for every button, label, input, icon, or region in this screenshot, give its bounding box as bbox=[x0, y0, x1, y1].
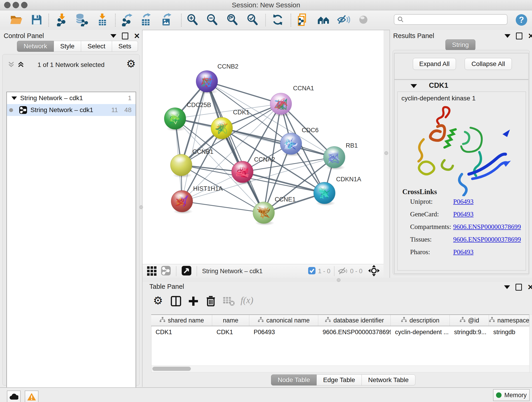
open-in-browser-icon[interactable] bbox=[181, 266, 191, 277]
network-edge[interactable] bbox=[182, 201, 264, 213]
network-node-ccna2[interactable] bbox=[232, 161, 253, 185]
tab-sets[interactable]: Sets bbox=[112, 41, 138, 52]
crosslink-value-link[interactable]: P06493 bbox=[453, 211, 474, 218]
tree-expand-icon[interactable] bbox=[12, 96, 17, 100]
hidden-eye-slash-icon[interactable] bbox=[338, 266, 348, 276]
show-columns-icon[interactable] bbox=[171, 296, 181, 307]
tab-node-table[interactable]: Node Table bbox=[271, 375, 317, 385]
section-collapse-icon[interactable] bbox=[411, 84, 417, 88]
float-panel-icon[interactable] bbox=[515, 284, 522, 291]
show-all-icon[interactable] bbox=[357, 13, 370, 26]
close-panel-icon[interactable]: ✕ bbox=[527, 284, 532, 290]
import-network-file-icon[interactable] bbox=[56, 13, 69, 26]
delete-column-trash-icon[interactable] bbox=[205, 295, 216, 307]
column-header-database-identifier[interactable]: database identifier bbox=[318, 315, 391, 326]
zoom-fit-content-icon[interactable] bbox=[226, 13, 239, 26]
horizontal-splitter-handle[interactable] bbox=[337, 278, 341, 282]
table-h-scrollbar-thumb[interactable] bbox=[152, 367, 191, 371]
table-cell[interactable]: stringdb:9... bbox=[450, 326, 489, 338]
table-cell[interactable]: cyclin-dependent ... bbox=[391, 326, 450, 338]
zoom-selected-icon[interactable] bbox=[246, 13, 259, 26]
network-row-selected[interactable]: String Network – cdk1 11 48 bbox=[7, 104, 136, 116]
table-cell[interactable]: stringdb bbox=[489, 326, 530, 338]
network-node-cdk1[interactable] bbox=[211, 117, 233, 141]
table-h-scrollbar[interactable] bbox=[151, 366, 530, 372]
first-neighbors-icon[interactable] bbox=[317, 13, 330, 26]
table-cell[interactable]: CDK1 bbox=[212, 326, 249, 338]
tab-string[interactable]: String bbox=[445, 39, 475, 51]
tab-edge-table[interactable]: Edge Table bbox=[317, 375, 362, 385]
save-session-icon[interactable] bbox=[30, 13, 43, 26]
network-graph[interactable]: CCNB2CCNA1CDC25BCDK1CDC6RB1CCNB1CCNA2CDK… bbox=[143, 30, 384, 264]
tab-network[interactable]: Network bbox=[17, 41, 54, 52]
network-node-cdkn1a[interactable] bbox=[314, 182, 335, 206]
float-panel-icon[interactable] bbox=[516, 32, 522, 39]
collapse-panel-icon[interactable] bbox=[505, 34, 510, 38]
import-table-file-icon[interactable] bbox=[96, 13, 109, 26]
column-header-shared-name[interactable]: shared name bbox=[151, 315, 212, 326]
create-column-icon[interactable] bbox=[188, 296, 199, 307]
network-options-gear-icon[interactable]: ⚙ bbox=[126, 58, 136, 69]
fit-center-crosshair-icon[interactable] bbox=[368, 265, 380, 278]
table-v-scrollbar[interactable] bbox=[529, 314, 532, 373]
horizontal-splitter[interactable] bbox=[143, 278, 532, 282]
collapse-all-button[interactable]: Collapse All bbox=[465, 58, 512, 70]
collapse-panel-icon[interactable] bbox=[504, 285, 510, 289]
search-field[interactable] bbox=[394, 14, 507, 25]
network-node-rb1[interactable] bbox=[323, 147, 345, 170]
float-panel-icon[interactable] bbox=[122, 32, 128, 39]
network-node-ccna1[interactable] bbox=[270, 93, 292, 117]
cloud-button[interactable] bbox=[7, 390, 21, 402]
network-node-ccnb2[interactable] bbox=[196, 70, 218, 94]
clone-network-icon[interactable] bbox=[297, 13, 310, 26]
help-icon[interactable]: ? bbox=[515, 13, 528, 27]
memory-button[interactable]: Memory bbox=[493, 389, 530, 401]
network-node-ccne1[interactable] bbox=[253, 202, 274, 225]
network-collection-row[interactable]: String Network – cdk1 1 bbox=[7, 92, 136, 104]
export-image-icon[interactable] bbox=[160, 13, 173, 26]
crosslink-value-link[interactable]: P06493 bbox=[453, 248, 474, 256]
string-view-badge-icon[interactable] bbox=[161, 266, 171, 277]
selected-checkbox-icon[interactable] bbox=[308, 267, 316, 275]
table-options-gear-icon[interactable]: ⚙ bbox=[153, 295, 163, 306]
warnings-button[interactable] bbox=[25, 390, 38, 402]
vertical-splitter-handle[interactable] bbox=[139, 205, 143, 209]
export-network-icon[interactable] bbox=[121, 13, 134, 26]
zoom-in-icon[interactable] bbox=[186, 13, 199, 26]
network-edge[interactable] bbox=[182, 81, 207, 201]
export-table-icon[interactable] bbox=[139, 13, 152, 26]
crosslink-value-link[interactable]: 9606.ENSP00000378699 bbox=[453, 223, 521, 230]
close-panel-icon[interactable]: ✕ bbox=[528, 33, 532, 39]
column-header-namespace[interactable]: namespace bbox=[489, 315, 529, 326]
expand-all-button[interactable]: Expand All bbox=[413, 58, 456, 70]
network-edge[interactable] bbox=[207, 81, 264, 213]
import-network-database-icon[interactable] bbox=[75, 13, 88, 26]
table-cell[interactable]: CDK1 bbox=[152, 326, 212, 338]
close-panel-icon[interactable]: ✕ bbox=[134, 33, 140, 39]
hide-selected-icon[interactable] bbox=[337, 13, 350, 26]
vertical-splitter-handle[interactable] bbox=[385, 151, 388, 155]
crosslink-value-link[interactable]: P06493 bbox=[453, 198, 474, 205]
apply-layout-icon[interactable] bbox=[271, 13, 284, 26]
column-header-canonical-name[interactable]: canonical name bbox=[249, 315, 318, 326]
tab-style[interactable]: Style bbox=[54, 41, 81, 52]
delete-table-icon[interactable] bbox=[223, 296, 234, 307]
collapse-panel-icon[interactable] bbox=[110, 34, 116, 38]
function-builder-icon[interactable]: f(x) bbox=[241, 295, 253, 306]
network-view-canvas[interactable]: CCNB2CCNA1CDC25BCDK1CDC6RB1CCNB1CCNA2CDK… bbox=[143, 30, 384, 264]
zoom-out-icon[interactable] bbox=[206, 13, 219, 26]
column-header--id[interactable]: @id bbox=[450, 315, 489, 326]
table-cell[interactable]: 9606.ENSP00000378699 bbox=[318, 326, 391, 338]
table-cell[interactable]: P06493 bbox=[249, 326, 318, 338]
network-node-ccnb1[interactable] bbox=[171, 154, 192, 178]
tab-select[interactable]: Select bbox=[81, 41, 112, 52]
network-node-cdc6[interactable] bbox=[280, 133, 302, 157]
network-edge[interactable] bbox=[207, 81, 281, 104]
search-input[interactable] bbox=[404, 16, 501, 23]
network-node-cdc25b[interactable] bbox=[164, 108, 186, 131]
network-node-hist1h1a[interactable] bbox=[171, 191, 193, 214]
tab-network-table[interactable]: Network Table bbox=[362, 375, 415, 385]
column-header-description[interactable]: description bbox=[391, 315, 450, 326]
open-session-icon[interactable] bbox=[10, 13, 23, 26]
network-edge[interactable] bbox=[182, 157, 334, 201]
